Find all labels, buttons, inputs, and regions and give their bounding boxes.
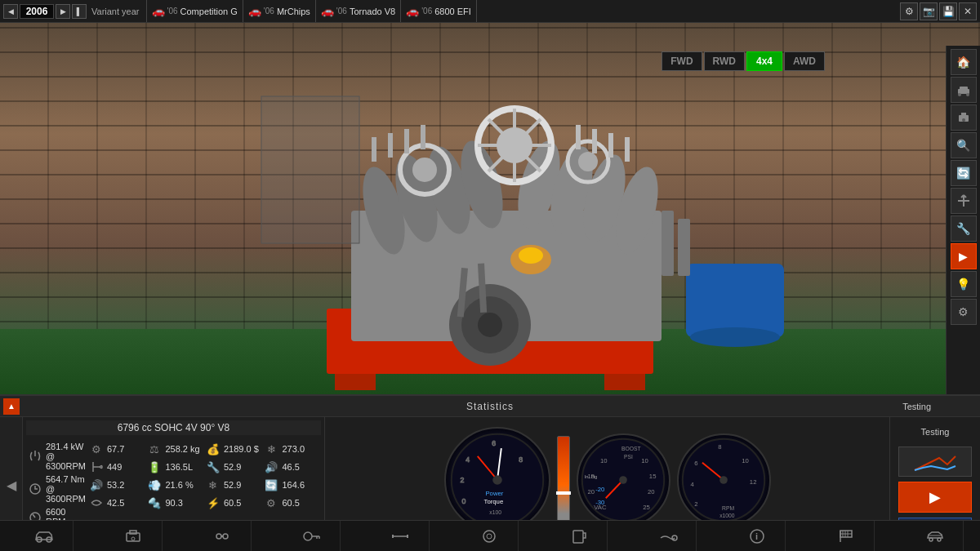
rpm-slider[interactable] [557, 436, 570, 534]
tab-car-icon-2: 🚗 [248, 5, 261, 17]
nav-info-icon[interactable]: i [728, 521, 786, 551]
testing-graph-btn[interactable] [898, 447, 972, 477]
c3-icon-1: ⚖ [147, 442, 162, 456]
c5-val-3: 164.6 [282, 480, 305, 490]
svg-rect-48 [961, 113, 966, 116]
engine-title: 6796 cc SOHC 4V 90° V8 [26, 420, 321, 435]
drivetrain-buttons: FWD RWD 4x4 AWD [662, 51, 825, 71]
tab-year-4: '06 [421, 7, 432, 16]
stat-c5-1: ❄ 273.0 [262, 440, 321, 458]
svg-point-99 [304, 532, 312, 540]
rwd-btn[interactable]: RWD [704, 51, 745, 71]
rt-settings-btn[interactable]: ⚙ [951, 299, 977, 325]
nav-exhaust-icon[interactable] [639, 521, 697, 551]
svg-text:i: i [755, 531, 758, 541]
svg-text:10: 10 [641, 456, 648, 464]
svg-point-46 [966, 93, 969, 96]
c4-val-2: 52.9 [224, 462, 241, 472]
c4-icon-4: ⚡ [206, 495, 220, 510]
awd-btn[interactable]: AWD [784, 51, 825, 71]
stats-collapse-btn[interactable]: ▲ [3, 398, 20, 415]
tab-name-2: MrChips [277, 7, 310, 16]
rt-zoom-btn[interactable]: 🔍 [951, 132, 977, 158]
rt-home-btn[interactable]: 🏠 [951, 49, 977, 75]
stat-torque: 564.7 Nm @ 3600RPM [26, 473, 87, 505]
bottom-nav: i [0, 520, 980, 551]
svg-text:BOOST: BOOST [621, 446, 641, 451]
fwd-btn[interactable]: FWD [662, 51, 702, 71]
c5-val-2: 46.5 [282, 462, 299, 472]
svg-point-35 [478, 313, 502, 337]
nav-circle-icon[interactable] [461, 521, 519, 551]
svg-rect-26 [388, 133, 393, 158]
stat-c4-3: ❄ 52.9 [204, 476, 263, 494]
rt-engine-btn[interactable] [951, 104, 977, 131]
rt-info-btn[interactable]: 💡 [951, 271, 977, 297]
stat-c3-3: 💨 21.6 % [145, 476, 204, 494]
svg-text:Power: Power [485, 490, 503, 497]
c2-val-4: 42.5 [107, 498, 124, 508]
c5-icon-1: ❄ [264, 442, 278, 456]
tab-6800efi[interactable]: 🚗 '06 6800 EFI [401, 0, 477, 22]
svg-rect-25 [372, 137, 376, 162]
svg-text:Torque: Torque [483, 498, 503, 505]
testing-play-btn[interactable]: ▶ [898, 482, 972, 512]
year-display: 2006 [20, 4, 54, 19]
svg-text:0: 0 [461, 497, 466, 505]
rt-play-btn[interactable]: ▶ [951, 243, 977, 269]
nav-engine-icon[interactable] [105, 521, 163, 551]
nav-width-icon[interactable] [372, 521, 430, 551]
tab-car-icon-4: 🚗 [406, 5, 419, 17]
tab-competition-g[interactable]: 🚗 '06 Competition G [147, 0, 243, 22]
svg-rect-108 [573, 531, 583, 543]
svg-point-5 [690, 327, 780, 347]
svg-text:15: 15 [648, 473, 656, 480]
nav-car2-icon[interactable] [906, 521, 964, 551]
year-prev-btn[interactable]: ◀ [3, 4, 18, 19]
svg-text:PSI: PSI [623, 453, 632, 459]
tab-name-1: Competition G [180, 7, 238, 16]
tab-tornado[interactable]: 🚗 '06 Tornado V8 [316, 0, 401, 22]
svg-rect-42 [678, 219, 690, 276]
tab-year-2: '06 [264, 7, 274, 16]
svg-rect-2 [604, 374, 645, 390]
rpm-slider-knob [556, 491, 571, 495]
svg-text:4: 4 [690, 480, 694, 487]
4x4-btn[interactable]: 4x4 [746, 51, 782, 71]
rt-wrench-btn[interactable]: 🔧 [951, 216, 977, 242]
nav-flag-icon[interactable] [817, 521, 875, 551]
rt-rotate-btn[interactable]: 🔄 [951, 160, 977, 186]
close-icon-btn[interactable]: ✕ [959, 2, 977, 20]
c2-icon-2 [89, 460, 104, 474]
svg-text:4: 4 [466, 455, 470, 464]
svg-rect-40 [261, 96, 359, 243]
stat-c2-4: 42.5 [87, 494, 146, 512]
svg-rect-41 [662, 211, 674, 276]
screenshot-icon-btn[interactable]: 📷 [920, 2, 938, 20]
year-jump-btn[interactable]: ▌ [72, 4, 87, 19]
nav-tools-icon[interactable] [194, 521, 252, 551]
rt-arrows-btn[interactable] [951, 188, 977, 214]
c5-icon-4: ⚙ [264, 495, 278, 510]
year-next-btn[interactable]: ▶ [56, 4, 70, 19]
c3-icon-4: 🔩 [147, 495, 162, 510]
stats-title: Statistics [466, 401, 514, 412]
svg-point-96 [216, 534, 221, 539]
settings-icon-btn[interactable]: ⚙ [900, 2, 918, 20]
nav-fuel-icon[interactable] [550, 521, 608, 551]
svg-text:8: 8 [718, 443, 721, 451]
nav-key-icon[interactable] [283, 521, 341, 551]
tab-mrchips[interactable]: 🚗 '06 MrChips [243, 0, 316, 22]
stat-c2-1: ⚙ 67.7 [87, 440, 146, 458]
svg-point-117 [929, 538, 933, 541]
c3-icon-3: 💨 [147, 478, 162, 492]
c3-val-4: 90.3 [165, 498, 182, 508]
svg-point-37 [519, 247, 543, 264]
nav-car-icon[interactable] [16, 521, 74, 551]
stat-c5-3: 🔄 164.6 [262, 476, 321, 494]
engine-3d-view [122, 47, 858, 390]
svg-text:6: 6 [492, 439, 496, 447]
tab-car-icon-1: 🚗 [152, 5, 165, 17]
save-icon-btn[interactable]: 💾 [939, 2, 957, 20]
rt-body-btn[interactable] [951, 77, 977, 103]
